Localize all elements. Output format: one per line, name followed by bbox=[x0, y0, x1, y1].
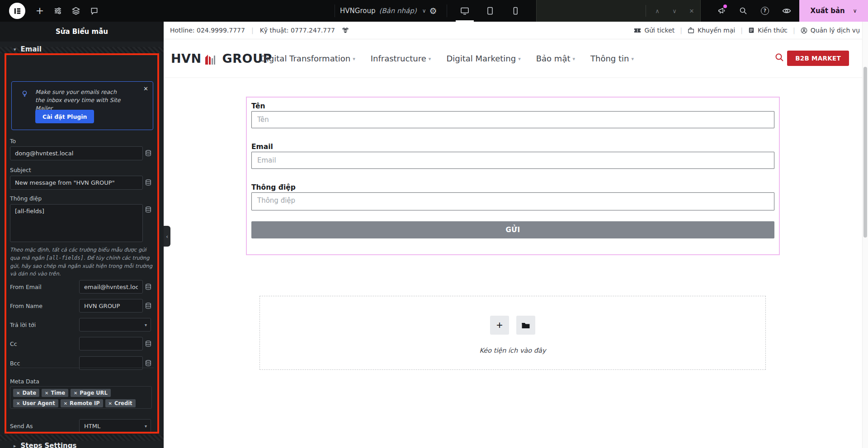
nav-item-infrastructure[interactable]: Infrastructure▾ bbox=[371, 54, 431, 63]
publish-label: Xuất bản bbox=[810, 7, 844, 15]
form-message-textarea[interactable] bbox=[251, 192, 774, 210]
nav-item-digital-transformation[interactable]: Digital Transformation▾ bbox=[260, 54, 355, 63]
document-switcher[interactable]: HVNGroup (Bản nháp) ∨ bbox=[340, 0, 426, 22]
form-email-input[interactable] bbox=[251, 152, 774, 169]
remove-tag-icon[interactable]: ✕ bbox=[16, 391, 20, 396]
from-name-label: From Name bbox=[10, 303, 42, 309]
dynamic-tags-icon[interactable] bbox=[145, 149, 152, 159]
find-close-button[interactable]: ✕ bbox=[683, 8, 700, 14]
nav-item-security[interactable]: Bảo mật▾ bbox=[536, 54, 575, 63]
site-search-button[interactable] bbox=[775, 53, 784, 64]
chevron-down-icon: ▾ bbox=[572, 56, 575, 62]
search-icon bbox=[775, 53, 784, 62]
preview-changes-button[interactable] bbox=[776, 0, 797, 22]
from-email-input[interactable] bbox=[79, 280, 143, 294]
remove-tag-icon[interactable]: ✕ bbox=[108, 401, 112, 406]
help-button[interactable]: ? bbox=[754, 0, 776, 22]
device-tablet-button[interactable] bbox=[477, 0, 503, 22]
meta-tag[interactable]: ✕Time bbox=[42, 389, 68, 397]
remove-tag-icon[interactable]: ✕ bbox=[45, 391, 48, 396]
find-next-button[interactable]: ∨ bbox=[666, 8, 683, 14]
nav-item-info[interactable]: Thông tin▾ bbox=[590, 54, 634, 63]
promo-close-icon[interactable]: ✕ bbox=[143, 85, 148, 92]
remove-tag-icon[interactable]: ✕ bbox=[64, 401, 67, 406]
cc-input[interactable] bbox=[79, 337, 143, 350]
finder-search-button[interactable] bbox=[732, 0, 754, 22]
dynamic-tags-icon[interactable] bbox=[145, 340, 152, 349]
structure-navigator-button[interactable] bbox=[67, 0, 85, 22]
panel-divider bbox=[10, 368, 154, 368]
dynamic-tags-icon[interactable] bbox=[145, 283, 152, 292]
chevron-down-icon: ▾ bbox=[353, 56, 355, 62]
link-send-ticket[interactable]: Gửi ticket bbox=[634, 27, 675, 34]
notification-dot bbox=[723, 5, 727, 8]
close-icon: ✕ bbox=[689, 8, 694, 14]
find-previous-button[interactable]: ∧ bbox=[649, 8, 666, 14]
widget-drop-area[interactable]: + Kéo tiện ích vào đây bbox=[259, 296, 766, 370]
divider: | bbox=[251, 27, 254, 34]
topbar-divider bbox=[447, 5, 447, 17]
meta-tag[interactable]: ✕Page URL bbox=[71, 389, 111, 397]
form-submit-button[interactable]: GỬI bbox=[251, 221, 774, 238]
plus-icon: + bbox=[496, 320, 503, 331]
meta-tag[interactable]: ✕Remote IP bbox=[61, 399, 103, 407]
template-library-button[interactable] bbox=[516, 316, 535, 335]
link-service-management[interactable]: Quản lý dịch vụ bbox=[801, 27, 860, 34]
meta-tag[interactable]: ✕Credit bbox=[105, 399, 136, 407]
device-mobile-button[interactable] bbox=[503, 0, 528, 22]
nav-item-digital-marketing[interactable]: Digital Marketing▾ bbox=[446, 54, 520, 63]
section-email-header[interactable]: ▾ Email bbox=[14, 45, 42, 53]
subject-label: Subject bbox=[10, 167, 31, 173]
from-name-input[interactable] bbox=[79, 299, 143, 313]
add-element-button[interactable]: + bbox=[31, 0, 49, 22]
elementor-logo[interactable] bbox=[9, 3, 25, 19]
remove-tag-icon[interactable]: ✕ bbox=[16, 401, 20, 406]
whats-new-button[interactable] bbox=[711, 0, 732, 22]
dynamic-tags-icon[interactable] bbox=[145, 206, 152, 215]
document-name: HVNGroup bbox=[340, 7, 375, 15]
chevron-down-icon: ▾ bbox=[429, 56, 431, 62]
dynamic-tags-icon[interactable] bbox=[145, 302, 152, 311]
notes-button[interactable] bbox=[85, 0, 103, 22]
dynamic-tags-icon[interactable] bbox=[145, 179, 152, 188]
subject-input[interactable] bbox=[10, 176, 143, 190]
promo-text: Make sure your emails reach the inbox ev… bbox=[35, 88, 126, 112]
document-settings-button[interactable]: ⚙ bbox=[424, 0, 442, 22]
dynamic-tags-icon[interactable] bbox=[145, 359, 152, 369]
drop-hint-text: Kéo tiện ích vào đây bbox=[260, 347, 765, 354]
scrollbar-thumb[interactable] bbox=[863, 67, 867, 238]
form-widget-selected[interactable]: Tên Email Thông điệp GỬI bbox=[246, 97, 780, 255]
message-textarea[interactable] bbox=[10, 204, 143, 242]
panel-collapse-handle[interactable]: ‹ bbox=[164, 226, 170, 247]
section-steps-settings-header[interactable]: ▸ Steps Settings bbox=[14, 442, 76, 448]
plus-icon: + bbox=[36, 0, 44, 22]
meta-tag[interactable]: ✕Date bbox=[13, 389, 39, 397]
page-scrollbar[interactable] bbox=[862, 22, 868, 448]
to-input[interactable] bbox=[10, 146, 143, 160]
meta-tag[interactable]: ✕User Agent bbox=[13, 399, 58, 407]
logo-text-left: HVN bbox=[171, 52, 202, 65]
support-text: Kỹ thuật: 0777.247.777 bbox=[260, 27, 335, 34]
site-logo[interactable]: HVN GROUP bbox=[171, 52, 272, 65]
remove-tag-icon[interactable]: ✕ bbox=[74, 391, 77, 396]
message-label: Thông điệp bbox=[10, 195, 42, 202]
mobile-icon bbox=[512, 7, 519, 15]
add-widget-button[interactable]: + bbox=[490, 316, 509, 335]
device-desktop-button[interactable] bbox=[452, 0, 477, 22]
chevron-down-icon: ▾ bbox=[518, 56, 521, 62]
site-settings-button[interactable] bbox=[49, 0, 67, 22]
topbar-divider bbox=[335, 5, 335, 17]
reply-to-select[interactable]: ▾ bbox=[79, 318, 151, 331]
chevron-down-icon: ∨ bbox=[853, 8, 857, 14]
meta-data-tags[interactable]: ✕Date ✕Time ✕Page URL ✕User Agent ✕Remot… bbox=[10, 386, 152, 409]
send-as-select[interactable]: HTML ▾ bbox=[79, 419, 151, 433]
link-promotions[interactable]: Khuyến mại bbox=[688, 27, 735, 34]
from-email-label: From Email bbox=[10, 284, 42, 290]
link-knowledge[interactable]: Kiến thức bbox=[748, 27, 788, 34]
install-plugin-button[interactable]: Cài đặt Plugin bbox=[35, 110, 94, 123]
book-icon bbox=[748, 27, 755, 33]
publish-button[interactable]: Xuất bản ∨ bbox=[799, 0, 868, 22]
form-name-input[interactable] bbox=[251, 111, 774, 128]
b2b-market-button[interactable]: B2B MARKET bbox=[787, 51, 849, 66]
site-info-bar: Hotline: 024.9999.7777 | Kỹ thuật: 0777.… bbox=[164, 22, 868, 39]
